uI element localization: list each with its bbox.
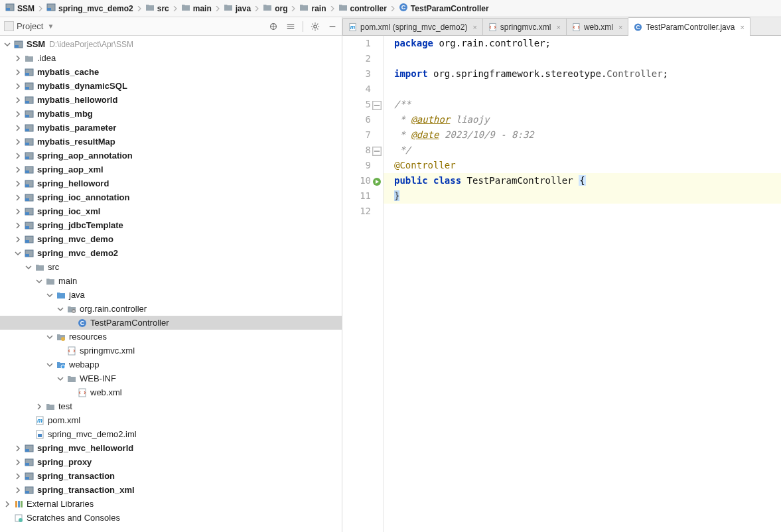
tree-node[interactable]: web.xml: [0, 385, 342, 399]
code-editor[interactable]: 123456789101112 package org.rain.control…: [342, 36, 781, 532]
tree-node[interactable]: mybatis_dynamicSQL: [0, 79, 342, 93]
tree-node[interactable]: spring_mvc_demo2.iml: [0, 427, 342, 441]
collapse-icon[interactable]: [35, 277, 44, 286]
gutter-line[interactable]: 3: [342, 66, 383, 82]
tree-node[interactable]: mybatis_parameter: [0, 121, 342, 135]
expand-icon[interactable]: [13, 109, 23, 119]
code-line[interactable]: */: [394, 143, 781, 158]
fold-open-icon[interactable]: [372, 100, 382, 109]
collapse-icon[interactable]: [3, 40, 12, 49]
collapse-icon[interactable]: [56, 304, 65, 314]
expand-icon[interactable]: [13, 444, 23, 453]
breadcrumb-item[interactable]: src: [143, 0, 172, 17]
tree-node[interactable]: springmvc.xml: [0, 344, 342, 358]
tree-node[interactable]: spring_jdbcTemplate: [0, 218, 342, 232]
code-line[interactable]: }: [384, 188, 781, 204]
close-tab-icon[interactable]: ×: [557, 23, 561, 31]
tree-node[interactable]: spring_transaction_xml: [0, 483, 342, 497]
breadcrumb-item[interactable]: java: [221, 0, 253, 17]
close-tab-icon[interactable]: ×: [740, 23, 744, 31]
tree-node[interactable]: mybatis_resultMap: [0, 135, 342, 149]
code-line[interactable]: package org.rain.controller;: [394, 36, 781, 51]
tree-node[interactable]: mybatis_cache: [0, 65, 342, 79]
code-line[interactable]: @Controller: [394, 158, 781, 173]
collapse-icon[interactable]: [45, 291, 54, 300]
code-line[interactable]: * @author liaojy: [394, 112, 781, 127]
tree-node[interactable]: resources: [0, 330, 342, 344]
code-line[interactable]: [394, 82, 781, 97]
gutter-line[interactable]: 10: [342, 173, 383, 188]
tree-node[interactable]: mybatis_mbg: [0, 107, 342, 121]
breadcrumb-item[interactable]: main: [178, 0, 214, 17]
collapse-icon[interactable]: [45, 332, 54, 342]
breadcrumb-item[interactable]: org: [260, 0, 290, 17]
gutter-line[interactable]: 9: [342, 158, 383, 173]
tree-node[interactable]: main: [0, 274, 342, 288]
expand-icon[interactable]: [35, 402, 44, 411]
project-view-selector[interactable]: Project ▼: [4, 21, 54, 31]
tree-node[interactable]: spring_helloword: [0, 176, 342, 190]
breadcrumb-item[interactable]: rain: [297, 0, 328, 17]
expand-icon[interactable]: [13, 96, 23, 105]
gutter-line[interactable]: 6: [342, 112, 383, 127]
gutter-line[interactable]: 7: [342, 127, 383, 143]
close-tab-icon[interactable]: ×: [472, 23, 476, 31]
tree-node[interactable]: .idea: [0, 51, 342, 65]
tree-node[interactable]: java: [0, 288, 342, 302]
gutter-line[interactable]: 2: [342, 51, 383, 66]
code-line[interactable]: [394, 204, 781, 219]
tree-node[interactable]: CTestParamController: [0, 316, 342, 330]
collapse-icon[interactable]: [24, 263, 33, 272]
run-gutter-icon[interactable]: [372, 176, 382, 185]
breadcrumb-item[interactable]: SSM: [3, 0, 37, 17]
code-line[interactable]: import org.springframework.stereotype.Co…: [394, 66, 781, 82]
tree-node[interactable]: Scratches and Consoles: [0, 511, 342, 525]
code-line[interactable]: * @date 2023/10/9 - 8:32: [394, 127, 781, 143]
fold-close-icon[interactable]: [372, 145, 382, 155]
project-tree[interactable]: SSMD:\ideaPorject\Apr\SSM.ideamybatis_ca…: [0, 36, 342, 532]
editor-content[interactable]: package org.rain.controller;import org.s…: [384, 36, 781, 532]
select-opened-file-button[interactable]: [268, 21, 279, 32]
close-tab-icon[interactable]: ×: [618, 23, 622, 31]
tree-node[interactable]: spring_aop_xml: [0, 163, 342, 176]
tree-node[interactable]: spring_proxy: [0, 455, 342, 469]
expand-icon[interactable]: [13, 151, 23, 161]
expand-icon[interactable]: [13, 193, 23, 202]
tree-node[interactable]: spring_mvc_demo: [0, 232, 342, 246]
expand-icon[interactable]: [13, 235, 23, 244]
expand-icon[interactable]: [13, 221, 23, 230]
collapse-icon[interactable]: [45, 360, 54, 369]
expand-icon[interactable]: [13, 486, 23, 495]
expand-icon[interactable]: [13, 207, 23, 216]
tree-node[interactable]: spring_mvc_demo2: [0, 246, 342, 260]
editor-tab[interactable]: mpom.xml (spring_mvc_demo2)×: [342, 18, 483, 35]
expand-icon[interactable]: [13, 472, 23, 481]
expand-icon[interactable]: [13, 137, 23, 147]
tree-node[interactable]: mpom.xml: [0, 413, 342, 427]
tree-node[interactable]: org.rain.controller: [0, 302, 342, 316]
tree-node[interactable]: test: [0, 399, 342, 413]
expand-icon[interactable]: [13, 68, 23, 77]
expand-icon[interactable]: [13, 54, 23, 63]
settings-button[interactable]: [310, 21, 320, 32]
tree-node[interactable]: src: [0, 260, 342, 274]
tree-node[interactable]: spring_transaction: [0, 469, 342, 483]
tree-node[interactable]: mybatis_helloworld: [0, 93, 342, 107]
collapse-icon[interactable]: [56, 374, 65, 383]
expand-all-button[interactable]: [285, 21, 296, 32]
tree-node[interactable]: spring_mvc_helloworld: [0, 441, 342, 455]
expand-icon[interactable]: [13, 165, 23, 174]
expand-icon[interactable]: [3, 499, 12, 509]
gutter-line[interactable]: 8: [342, 143, 383, 158]
tree-node[interactable]: spring_ioc_annotation: [0, 190, 342, 204]
hide-button[interactable]: [327, 21, 338, 32]
breadcrumb-item[interactable]: controller: [336, 0, 390, 17]
gutter-line[interactable]: 11: [342, 188, 383, 204]
code-line[interactable]: public class TestParamController {: [384, 173, 781, 188]
gutter-line[interactable]: 12: [342, 204, 383, 219]
tree-node[interactable]: spring_ioc_xml: [0, 204, 342, 218]
expand-icon[interactable]: [13, 458, 23, 467]
tree-node[interactable]: WEB-INF: [0, 371, 342, 385]
tree-node[interactable]: spring_aop_annotation: [0, 149, 342, 163]
code-line[interactable]: /**: [394, 97, 781, 112]
